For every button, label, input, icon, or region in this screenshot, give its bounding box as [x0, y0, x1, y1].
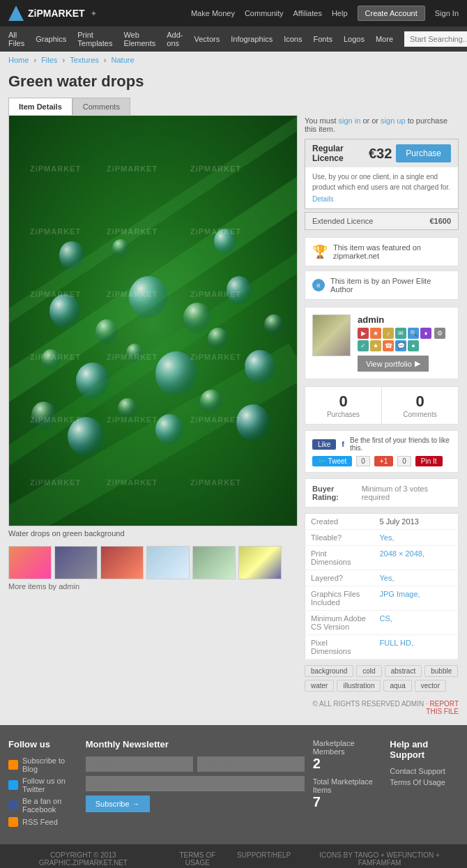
buyer-rating-value: Minimum of 3 votes required [362, 485, 451, 501]
print-dim-value[interactable]: 2048 × 2048, [374, 546, 459, 570]
nav-more[interactable]: More [376, 35, 393, 43]
svg-text:ZiPMARKET: ZiPMARKET [30, 227, 81, 236]
thumbnail-6[interactable] [238, 546, 282, 579]
tag-illustration[interactable]: illustration [337, 680, 381, 692]
facebook-like-button[interactable]: Like [312, 439, 336, 450]
gplus-button[interactable]: +1 [374, 456, 393, 466]
twitter-text[interactable]: Follow us on Twitter [22, 777, 77, 793]
pixel-label: Pixel Dimensions [305, 635, 374, 660]
avatar-image [313, 315, 350, 356]
sign-in-link[interactable]: sign in [339, 116, 361, 125]
tag-vector[interactable]: vector [415, 680, 446, 692]
author-icon-3: ♪ [383, 328, 394, 339]
author-icon-2: ★ [370, 328, 381, 339]
breadcrumb-home[interactable]: Home [8, 56, 29, 64]
facebook-text[interactable]: Be a fan on Facebook [22, 797, 77, 814]
svg-text:ZiPMARKET: ZiPMARKET [190, 478, 241, 487]
report-file-link[interactable]: REPORT THIS FILE [426, 700, 459, 715]
tags-area: background cold abstract bubble water il… [305, 665, 459, 697]
view-portfolio-label: View portfolio [366, 360, 412, 368]
terms-usage-link[interactable]: Terms Of Usage [390, 778, 459, 786]
nav-print-templates[interactable]: Print Templates [77, 31, 112, 47]
rss-text[interactable]: RSS Feed [22, 818, 58, 826]
subscribe-blog-text[interactable]: Subscribe to Blog [22, 756, 77, 773]
svg-text:ZiPMARKET: ZiPMARKET [190, 416, 241, 424]
nav-web-elements[interactable]: Web Elements [123, 31, 155, 47]
nav-affiliates[interactable]: Affiliates [293, 9, 322, 17]
footer-marketplace: Marketplace Members 2 Total Marketplace … [313, 739, 382, 830]
pixel-value[interactable]: FULL HD, [374, 635, 459, 660]
footer-copyright-link[interactable]: COPYRIGHT © 2013 GRAPHIC.ZIPMARKET.NET [8, 851, 158, 867]
newsletter-email-input[interactable] [86, 776, 305, 791]
tag-bubble[interactable]: bubble [424, 665, 458, 677]
nav-fonts[interactable]: Fonts [313, 35, 332, 43]
author-icon-5: 🔍 [408, 328, 419, 339]
nav-help[interactable]: Help [332, 9, 348, 17]
tabs-bar: Item Details Comments [0, 98, 467, 115]
tag-background[interactable]: background [305, 665, 353, 677]
tag-cold[interactable]: cold [356, 665, 381, 677]
newsletter-lastname-input[interactable] [197, 756, 305, 772]
breadcrumb-sep3: › [104, 56, 109, 64]
tileable-value[interactable]: Yes, [374, 530, 459, 546]
tag-abstract[interactable]: abstract [385, 665, 422, 677]
sign-in-button[interactable]: Sign In [435, 9, 459, 17]
svg-text:ZiPMARKET: ZiPMARKET [107, 227, 158, 236]
thumbnail-2[interactable] [54, 546, 98, 579]
newsletter-name-input[interactable] [86, 756, 193, 772]
details-link[interactable]: Details [312, 194, 451, 204]
breadcrumb-nature[interactable]: Nature [112, 56, 135, 64]
tab-item-details[interactable]: Item Details [8, 98, 72, 115]
adobe-cs-value[interactable]: CS, [374, 611, 459, 635]
image-caption: Water drops on green background [8, 526, 298, 540]
nav-icons[interactable]: Icons [284, 35, 302, 43]
licence-body-text: Use, by you or one client, in a single e… [312, 173, 450, 191]
svg-text:ZiPMARKET: ZiPMARKET [30, 353, 81, 361]
nav-vectors[interactable]: Vectors [194, 35, 220, 43]
breadcrumb-sep2: › [62, 56, 67, 64]
thumbnail-1[interactable] [8, 546, 52, 579]
svg-text:ZiPMARKET: ZiPMARKET [190, 290, 241, 298]
create-account-button[interactable]: Create Account [358, 6, 425, 21]
nav-all-files[interactable]: All Files [8, 31, 24, 47]
tag-aqua[interactable]: aqua [383, 680, 411, 692]
subscribe-button[interactable]: Subscribe → [86, 795, 150, 812]
licence-title: Regular Licence [312, 144, 369, 163]
nav-graphics[interactable]: Graphics [36, 35, 66, 43]
nav-infographics[interactable]: Infographics [231, 35, 273, 43]
tab-comments[interactable]: Comments [72, 98, 130, 115]
must-signin-text: You must sign in or or sign up to purcha… [305, 116, 459, 133]
nav-make-money[interactable]: Make Money [191, 9, 235, 17]
power-elite-text: This item is by an Power Elite Author [330, 277, 451, 294]
meta-row-print-dim: Print Dimensions 2048 × 2048, [305, 546, 459, 570]
nav-logos[interactable]: Logos [344, 35, 365, 43]
thumbnail-3[interactable] [100, 546, 144, 579]
nav-community[interactable]: Community [245, 9, 284, 17]
tag-water[interactable]: water [305, 680, 334, 692]
author-icon-12: ● [408, 340, 419, 351]
footer-support-link[interactable]: SUPPORT/HELP [237, 851, 291, 867]
footer-terms-link[interactable]: TERMS OF USAGE [168, 851, 228, 867]
graphics-value[interactable]: JPG Image, [374, 586, 459, 611]
meta-row-created: Created 5 July 2013 [305, 514, 459, 530]
author-avatar [312, 314, 351, 356]
tweet-button[interactable]: 🐦 Tweet [312, 456, 352, 466]
contact-support-link[interactable]: Contact Support [390, 767, 459, 775]
purchase-button[interactable]: Purchase [396, 144, 451, 162]
layered-value[interactable]: Yes, [374, 570, 459, 586]
pinterest-button[interactable]: Pin It [415, 456, 443, 466]
sign-up-link[interactable]: sign up [381, 116, 405, 125]
featured-text: This item was featured on zipmarket.net [333, 243, 451, 260]
thumbnail-4[interactable] [146, 546, 190, 579]
breadcrumb-files[interactable]: Files [41, 56, 57, 64]
search-input[interactable] [404, 31, 467, 47]
featured-badge: 🏆 This item was featured on zipmarket.ne… [305, 237, 459, 266]
social-row-like: Like f Be the first of your friends to l… [312, 436, 451, 452]
rights-text: © ALL RIGHTS RESERVED ADMIN · [313, 700, 428, 708]
view-portfolio-button[interactable]: View portfolio ▶ [358, 356, 429, 372]
breadcrumb-textures[interactable]: Textures [70, 56, 99, 64]
nav-addons[interactable]: Add-ons [167, 31, 183, 47]
footer-icons-link[interactable]: ICONS BY TANGO + WEFUNCTION + FAMFAMFAM [300, 851, 459, 867]
thumbnail-5[interactable] [192, 546, 236, 579]
logo-text: ZiPMARKET [28, 8, 85, 19]
